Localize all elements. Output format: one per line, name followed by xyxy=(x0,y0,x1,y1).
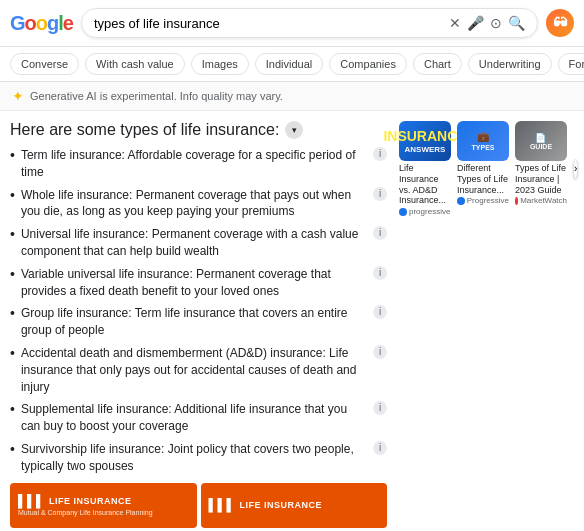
filter-converse[interactable]: Converse xyxy=(10,53,79,75)
card-thumbnail: INSURANCE ANSWERS xyxy=(399,121,451,161)
section-title: Here are some types of life insurance: ▾ xyxy=(10,121,387,139)
info-icon[interactable]: i xyxy=(373,226,387,240)
list-item: Supplemental life insurance: Additional … xyxy=(10,401,387,435)
list-item: Universal life insurance: Permanent cove… xyxy=(10,226,387,260)
search-input[interactable] xyxy=(94,16,443,31)
list-item: Term life insurance: Affordable coverage… xyxy=(10,147,387,181)
image-card-3[interactable]: 📄 GUIDE Types of Life Insurance | 2023 G… xyxy=(515,121,567,216)
card-label: Life Insurance vs. AD&D Insurance... xyxy=(399,163,451,206)
info-icon[interactable]: i xyxy=(373,266,387,280)
search-controls: ✕ 🎤 ⊙ 🔍 xyxy=(449,15,525,31)
card-source: Progressive xyxy=(457,196,509,205)
right-panel: INSURANCE ANSWERS Life Insurance vs. AD&… xyxy=(399,121,574,531)
voice-icon[interactable]: 🎤 xyxy=(467,15,484,31)
dropdown-icon[interactable]: ▾ xyxy=(285,121,303,139)
list-item: Whole life insurance: Permanent coverage… xyxy=(10,187,387,221)
card-label: Different Types of Life Insurance... xyxy=(457,163,509,195)
insurance-card-life2[interactable]: ▌▌▌ LIFE INSURANCE xyxy=(201,483,388,528)
card-label: Types of Life Insurance | 2023 Guide xyxy=(515,163,567,195)
clear-icon[interactable]: ✕ xyxy=(449,15,461,31)
info-icon[interactable]: i xyxy=(373,187,387,201)
search-bar[interactable]: ✕ 🎤 ⊙ 🔍 xyxy=(81,8,538,38)
filter-chart[interactable]: Chart xyxy=(413,53,462,75)
ai-icon: ✦ xyxy=(12,88,24,104)
filter-underwriting[interactable]: Underwriting xyxy=(468,53,552,75)
card-thumbnail: 💼 TYPES xyxy=(457,121,509,161)
lens-icon[interactable]: ⊙ xyxy=(490,15,502,31)
image-cards: INSURANCE ANSWERS Life Insurance vs. AD&… xyxy=(399,121,574,216)
header: Google ✕ 🎤 ⊙ 🔍 xyxy=(0,0,584,47)
card-thumbnail: 📄 GUIDE xyxy=(515,121,567,161)
ai-notice-text: Generative AI is experimental. Info qual… xyxy=(30,90,283,102)
source-icon xyxy=(457,197,465,205)
insurance-grid: ▌▌▌ LIFE INSURANCE Mutual & Company Life… xyxy=(10,483,387,531)
info-icon[interactable]: i xyxy=(373,345,387,359)
insurance-card-life1[interactable]: ▌▌▌ LIFE INSURANCE Mutual & Company Life… xyxy=(10,483,197,528)
image-card-1[interactable]: INSURANCE ANSWERS Life Insurance vs. AD&… xyxy=(399,121,451,216)
list-item: Group life insurance: Term life insuranc… xyxy=(10,305,387,339)
info-icon[interactable]: i xyxy=(373,441,387,455)
search-icon[interactable]: 🔍 xyxy=(508,15,525,31)
bar-chart-icon: ▌▌▌ xyxy=(18,494,45,508)
bar-chart-icon: ▌▌▌ xyxy=(209,498,236,512)
filter-bar: Converse With cash value Images Individu… xyxy=(0,47,584,82)
list-item: Survivorship life insurance: Joint polic… xyxy=(10,441,387,475)
filter-individual[interactable]: Individual xyxy=(255,53,323,75)
filter-seniors[interactable]: For seniors xyxy=(558,53,584,75)
list-item: Accidental death and dismemberment (AD&D… xyxy=(10,345,387,395)
avatar[interactable] xyxy=(546,9,574,37)
next-arrow[interactable]: › xyxy=(573,159,578,179)
left-panel: Here are some types of life insurance: ▾… xyxy=(10,121,387,531)
filter-cash-value[interactable]: With cash value xyxy=(85,53,185,75)
source-icon xyxy=(515,197,518,205)
card-source: MarketWatch xyxy=(515,196,567,205)
list-item: Variable universal life insurance: Perma… xyxy=(10,266,387,300)
filter-images[interactable]: Images xyxy=(191,53,249,75)
ai-notice: ✦ Generative AI is experimental. Info qu… xyxy=(0,82,584,111)
card-source: progressive xyxy=(399,207,451,216)
info-icon[interactable]: i xyxy=(373,401,387,415)
filter-companies[interactable]: Companies xyxy=(329,53,407,75)
bullet-list: Term life insurance: Affordable coverage… xyxy=(10,147,387,475)
card-subtitle: Mutual & Company Life Insurance Planning xyxy=(18,509,189,516)
source-icon xyxy=(399,208,407,216)
image-card-2[interactable]: 💼 TYPES Different Types of Life Insuranc… xyxy=(457,121,509,216)
google-logo: Google xyxy=(10,12,73,35)
main-content: Here are some types of life insurance: ▾… xyxy=(0,111,584,531)
info-icon[interactable]: i xyxy=(373,305,387,319)
